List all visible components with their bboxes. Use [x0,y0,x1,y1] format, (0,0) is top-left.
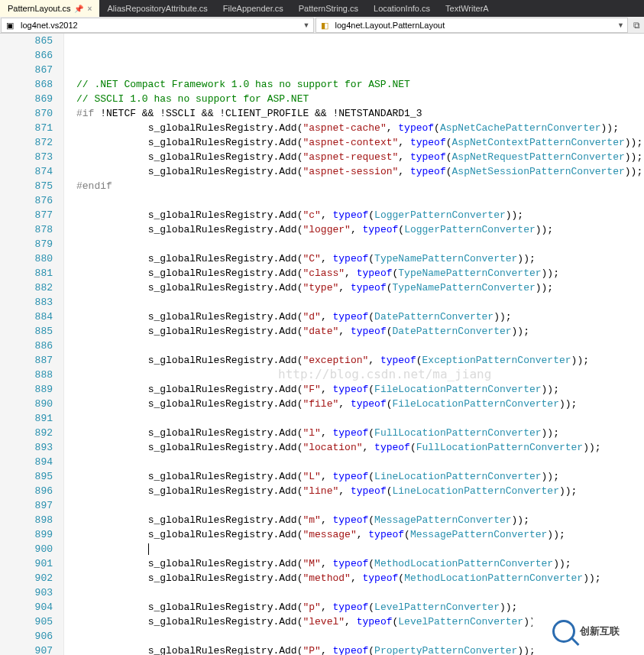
code-line[interactable] [76,585,644,600]
code-token: , [351,224,363,235]
chevron-down-icon: ▼ [617,21,624,29]
code-editor[interactable]: 8658668678688698708718728738748758768778… [0,34,644,655]
line-number: 892 [0,426,57,440]
code-line[interactable]: s_globalRulesRegistry.Add("aspnet-contex… [76,135,644,150]
code-line[interactable] [76,295,644,310]
line-number: 887 [0,353,57,368]
code-line[interactable]: // SSCLI 1.0 has no support for ASP.NET [76,92,644,106]
code-token: s_globalRulesRegistry.Add( [148,427,303,439]
code-line[interactable]: s_globalRulesRegistry.Add("type", typeof… [76,280,644,295]
file-tab[interactable]: TextWriterA [438,0,497,17]
line-number: 903 [0,585,57,600]
split-view-icon[interactable]: ⧉ [629,20,644,31]
line-number: 905 [0,614,57,629]
code-token: )); [559,485,577,497]
code-token: "aspnet-request" [303,151,398,163]
line-number: 895 [0,469,57,484]
code-line[interactable]: s_globalRulesRegistry.Add("M", typeof(Me… [76,556,644,571]
code-line[interactable] [76,339,644,353]
code-token: , [398,137,410,148]
file-tab[interactable]: PatternString.cs [291,0,366,17]
code-line[interactable]: s_globalRulesRegistry.Add("d", typeof(Da… [76,310,644,324]
code-token: "C" [303,253,320,264]
code-token: LineLocationPatternConverter [374,471,541,482]
code-token: , [345,268,357,279]
code-token: s_globalRulesRegistry.Add( [148,616,303,627]
code-token: , [338,326,351,337]
file-tab[interactable]: PatternLayout.cs📌× [0,0,99,17]
file-tab[interactable]: AliasRepositoryAttribute.cs [99,0,215,17]
line-number: 868 [0,77,57,92]
code-line[interactable] [76,498,644,513]
line-number: 886 [0,339,57,353]
code-line[interactable]: s_globalRulesRegistry.Add("C", typeof(Ty… [76,251,644,266]
code-line[interactable] [76,411,644,426]
code-token: typeof [332,471,368,482]
code-token: , [338,398,351,410]
code-token: )); [625,151,642,163]
code-line[interactable]: #endif [76,179,644,193]
code-line[interactable] [76,237,644,251]
line-number: 901 [0,556,57,571]
code-token: typeof [351,398,387,410]
file-tab[interactable]: FileAppender.cs [215,0,291,17]
code-token: )); [512,514,529,526]
code-line[interactable]: s_globalRulesRegistry.Add("c", typeof(Lo… [76,208,644,222]
code-token: typeof [351,485,387,497]
file-tab-label: PatternString.cs [299,4,358,13]
scope-dropdown[interactable]: ▣ log4net.vs2012 ▼ [1,18,314,33]
code-line[interactable] [76,542,644,556]
code-line[interactable] [76,368,644,382]
code-line[interactable] [76,193,644,208]
code-area[interactable]: http://blog.csdn.net/ma_jiang // .NET Co… [64,34,644,655]
code-token: "type" [303,282,338,293]
code-token: ( [410,442,416,453]
close-icon[interactable]: × [88,5,92,13]
code-line[interactable]: #if !NETCF && !SSCLI && !CLIENT_PROFILE … [76,106,644,121]
code-token: )); [506,209,523,221]
code-line[interactable]: s_globalRulesRegistry.Add("message", typ… [76,527,644,542]
code-token: !NETCF && !SSCLI && !CLIENT_PROFILE && !… [94,108,422,119]
code-line[interactable]: s_globalRulesRegistry.Add("date", typeof… [76,324,644,339]
code-line[interactable]: s_globalRulesRegistry.Add("line", typeof… [76,484,644,498]
code-line[interactable]: s_globalRulesRegistry.Add("aspnet-reques… [76,150,644,164]
code-line[interactable]: s_globalRulesRegistry.Add("m", typeof(Me… [76,513,644,527]
code-token: s_globalRulesRegistry.Add( [148,485,303,497]
line-number: 902 [0,571,57,585]
pin-icon[interactable]: 📌 [74,5,83,13]
line-number: 899 [0,527,57,542]
line-number: 893 [0,440,57,455]
code-line[interactable]: s_globalRulesRegistry.Add("logger", type… [76,222,644,237]
code-token: s_globalRulesRegistry.Add( [148,311,303,323]
code-line[interactable]: s_globalRulesRegistry.Add("F", typeof(Fi… [76,382,644,397]
code-line[interactable] [76,455,644,469]
code-token: , [321,558,333,569]
code-line[interactable]: s_globalRulesRegistry.Add("exception", t… [76,353,644,368]
code-line[interactable]: // .NET Compact Framework 1.0 has no sup… [76,77,644,92]
member-dropdown[interactable]: ◧ log4net.Layout.PatternLayout ▼ [316,18,629,33]
file-tab[interactable]: LocationInfo.cs [366,0,438,17]
code-token: ( [368,558,374,569]
code-line[interactable]: s_globalRulesRegistry.Add("file", typeof… [76,397,644,411]
code-token: LevelPatternConverter [398,616,523,627]
code-line[interactable]: s_globalRulesRegistry.Add("aspnet-cache"… [76,121,644,135]
code-token: "exception" [303,355,368,366]
code-token: )); [536,282,553,293]
code-line[interactable]: s_globalRulesRegistry.Add("method", type… [76,571,644,585]
code-line[interactable]: s_globalRulesRegistry.Add("aspnet-sessio… [76,164,644,179]
line-number: 865 [0,34,57,48]
file-tab-label: AliasRepositoryAttribute.cs [107,4,207,13]
code-token: , [338,485,351,497]
code-line[interactable]: s_globalRulesRegistry.Add("L", typeof(Li… [76,469,644,484]
code-token: // SSCLI 1.0 has no support for ASP.NET [76,93,309,105]
line-number: 883 [0,295,57,310]
code-line[interactable]: s_globalRulesRegistry.Add("location", ty… [76,440,644,455]
code-token: ( [368,384,374,395]
line-number: 873 [0,150,57,164]
line-number: 900 [0,542,57,556]
code-line[interactable]: s_globalRulesRegistry.Add("l", typeof(Fu… [76,426,644,440]
line-number: 889 [0,382,57,397]
code-line[interactable]: s_globalRulesRegistry.Add("class", typeo… [76,266,644,280]
code-token: ( [387,282,393,293]
code-token: "file" [303,398,338,410]
